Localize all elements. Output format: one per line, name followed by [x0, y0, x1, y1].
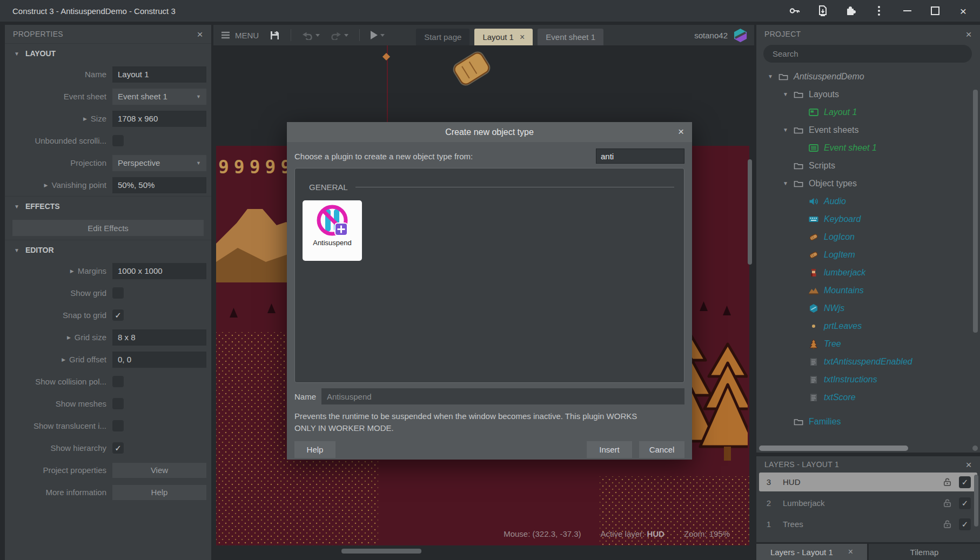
undo-button[interactable]: [302, 31, 320, 40]
tab-close-icon[interactable]: ×: [848, 547, 853, 557]
tree-item-event-sheet-1[interactable]: Event sheet 1: [756, 139, 980, 157]
key-icon[interactable]: [789, 5, 801, 17]
show-grid-checkbox[interactable]: [112, 287, 124, 299]
project-search-input[interactable]: [763, 45, 972, 63]
tab-start-page[interactable]: Start page: [416, 29, 469, 45]
log-sprite-object[interactable]: [452, 50, 491, 86]
tree-item-layout-1[interactable]: Layout 1: [756, 103, 980, 121]
save-button[interactable]: [270, 30, 280, 41]
tree-item-nwjs[interactable]: NWjs: [756, 299, 980, 317]
plugin-search-input[interactable]: [596, 149, 684, 164]
projection-select[interactable]: Perspective▼: [112, 155, 206, 171]
project-vertical-scrollbar[interactable]: [973, 90, 978, 333]
tree-item-keyboard[interactable]: Keyboard: [756, 210, 980, 228]
layer-visible-checkbox[interactable]: ✓: [959, 539, 971, 540]
grid-offset-input[interactable]: [112, 352, 206, 368]
minimize-icon[interactable]: [901, 5, 913, 17]
size-input[interactable]: [112, 111, 206, 127]
tree-item-prtleaves[interactable]: prtLeaves: [756, 317, 980, 335]
tree-caret-icon[interactable]: ▼: [779, 127, 792, 133]
layer-row-item[interactable]: ✓: [759, 536, 977, 539]
preview-button[interactable]: [371, 31, 385, 39]
section-header-effects[interactable]: ▼EFFECTS: [5, 196, 211, 216]
layer-row-trees[interactable]: 1Trees✓: [759, 515, 977, 534]
layer-visible-checkbox[interactable]: ✓: [959, 497, 971, 509]
help-button[interactable]: Help: [294, 441, 335, 458]
help-button[interactable]: Help: [112, 485, 206, 500]
cancel-button[interactable]: Cancel: [639, 441, 684, 458]
edit-effects-button[interactable]: Edit Effects: [12, 220, 204, 236]
tree-item-lumberjack[interactable]: lumberjack: [756, 264, 980, 281]
project-horizontal-scrollbar[interactable]: [759, 446, 908, 451]
menu-button[interactable]: MENU: [221, 31, 259, 40]
tree-item-layouts[interactable]: ▼Layouts: [756, 85, 980, 103]
expand-icon[interactable]: ▶: [67, 335, 71, 340]
expand-icon[interactable]: ▶: [62, 357, 65, 362]
undo-dropdown-icon[interactable]: [316, 34, 320, 37]
show-collision-pol-checkbox[interactable]: [112, 376, 124, 387]
insert-button[interactable]: Insert: [587, 441, 632, 458]
unbounded-scrolli-checkbox[interactable]: [112, 135, 124, 146]
section-header-layout[interactable]: ▼LAYOUT: [5, 43, 211, 63]
layers-close-icon[interactable]: ×: [966, 460, 972, 470]
tree-item-tree[interactable]: Tree: [756, 335, 980, 353]
lock-icon[interactable]: [942, 477, 952, 487]
close-icon[interactable]: ×: [957, 5, 969, 17]
layer-visible-checkbox[interactable]: ✓: [959, 518, 971, 530]
project-close-icon[interactable]: ×: [966, 29, 972, 39]
tab-close-icon[interactable]: ×: [520, 32, 525, 42]
tree-item-event-sheets[interactable]: ▼Event sheets: [756, 121, 980, 139]
tree-item-antisuspenddemo[interactable]: ▼AntisuspendDemo: [756, 68, 980, 85]
kebab-menu-icon[interactable]: [873, 5, 885, 17]
maximize-icon[interactable]: [929, 5, 941, 17]
tree-caret-icon[interactable]: ▼: [779, 91, 792, 97]
show-translucent-i-checkbox[interactable]: [112, 420, 124, 431]
expand-icon[interactable]: ▶: [70, 268, 74, 274]
event-sheet-select[interactable]: Event sheet 1▼: [112, 89, 206, 105]
show-hierarchy-checkbox[interactable]: ✓: [112, 442, 124, 454]
import-file-icon[interactable]: [817, 5, 829, 17]
layer-row-lumberjack[interactable]: 2Lumberjack✓: [759, 494, 977, 512]
canvas-horizontal-scrollbar[interactable]: [341, 549, 421, 554]
margins-input[interactable]: [112, 263, 206, 279]
tree-item-families[interactable]: Families: [756, 413, 980, 426]
tree-item-object-types[interactable]: ▼Object types: [756, 174, 980, 192]
tree-caret-icon[interactable]: ▼: [779, 180, 792, 186]
layers-vertical-scrollbar[interactable]: [974, 475, 978, 527]
show-meshes-checkbox[interactable]: [112, 398, 124, 409]
tree-item-logitem[interactable]: LogItem: [756, 246, 980, 264]
object-name-input[interactable]: [321, 388, 684, 404]
lock-icon[interactable]: [942, 498, 952, 508]
redo-dropdown-icon[interactable]: [344, 34, 348, 37]
addons-icon[interactable]: [845, 5, 857, 17]
expand-icon[interactable]: ▶: [44, 183, 48, 188]
tab-tilemap[interactable]: Tilemap: [869, 544, 980, 560]
plugin-card-antisuspend[interactable]: Antisuspend: [303, 200, 362, 261]
tree-item-txtscore[interactable]: txtScore: [756, 388, 980, 406]
vanishing-point-input[interactable]: [112, 177, 206, 193]
grid-size-input[interactable]: [112, 329, 206, 346]
tree-item-mountains[interactable]: Mountains: [756, 281, 980, 299]
redo-button[interactable]: [331, 31, 348, 40]
lock-icon[interactable]: [942, 519, 952, 529]
tree-item-txtantisuspendenabled[interactable]: txtAntisuspendEnabled: [756, 353, 980, 370]
snap-to-grid-checkbox[interactable]: ✓: [112, 309, 124, 321]
tree-caret-icon[interactable]: ▼: [764, 73, 777, 79]
tab-event-sheet-1[interactable]: Event sheet 1: [538, 29, 603, 45]
name-input[interactable]: [112, 66, 206, 83]
tree-item-audio[interactable]: Audio: [756, 192, 980, 210]
properties-close-icon[interactable]: ×: [197, 29, 203, 39]
tree-item-logicon[interactable]: LogIcon: [756, 228, 980, 246]
tree-item-scripts[interactable]: Scripts: [756, 157, 980, 174]
layer-row-hud[interactable]: 3HUD✓: [759, 473, 977, 491]
tab-layout-1[interactable]: Layout 1 ×: [474, 29, 533, 45]
account-button[interactable]: sotano42: [694, 28, 748, 43]
view-button[interactable]: View: [112, 463, 206, 478]
preview-dropdown-icon[interactable]: [380, 34, 385, 37]
section-header-editor[interactable]: ▼EDITOR: [5, 240, 211, 260]
dialog-close-icon[interactable]: ×: [678, 126, 684, 137]
expand-icon[interactable]: ▶: [83, 116, 87, 122]
canvas-vertical-scrollbar[interactable]: [748, 159, 752, 265]
tree-item-txtinstructions[interactable]: txtInstructions: [756, 370, 980, 388]
layout-edge-handle[interactable]: [382, 53, 390, 60]
